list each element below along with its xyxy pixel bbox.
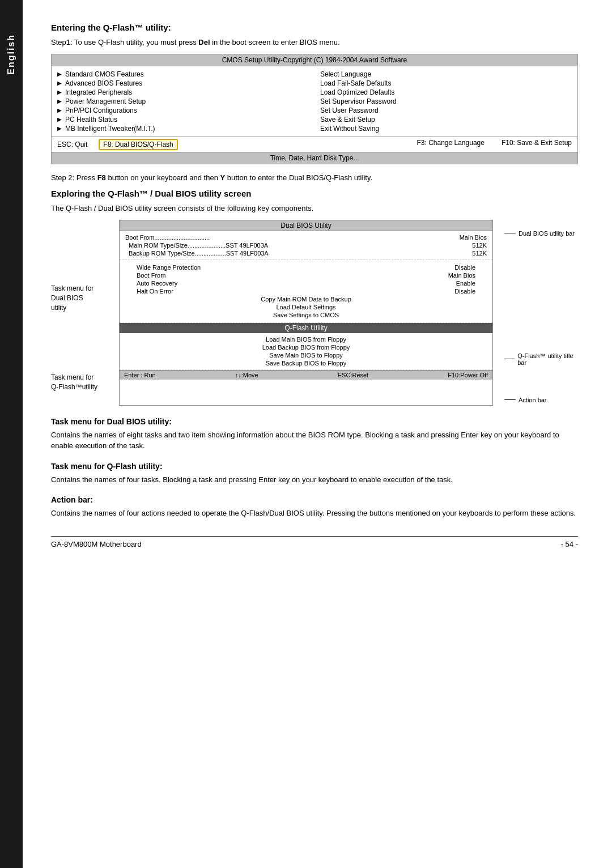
section4-heading: Task menu for Q-Flash utility: [51,462,578,471]
auto-recovery-label: Auto Recovery [137,280,177,287]
backup-rom-row: Backup ROM Type/Size..................SS… [125,249,487,257]
bios-left-label-2: Advanced BIOS Features [65,79,142,87]
section1-heading: Entering the Q-Flash™ utility: [51,23,578,32]
right-label-text-2: Q-Flash™ utility title bar [517,352,578,366]
save-settings-row: Save Settings to CMOS [137,311,475,319]
step2-text1: Step 2: Press [51,173,97,182]
dual-bios-utility-box: Dual BIOS Utility Boot From.............… [119,220,493,406]
bios-left-item-5: ▶ PnP/PCI Configurations [57,106,309,115]
right-label-line-1 [504,233,516,233]
right-label-text-1: Dual BIOS utility bar [518,230,575,237]
right-label-text-3: Action bar [518,397,547,403]
bios-left-item-3: ▶ Integrated Peripherals [57,88,309,97]
halt-error-value: Disable [454,288,475,295]
action-esc: ESC:Reset [338,372,368,378]
action-bar: Enter : Run ↑↓:Move ESC:Reset F10:Power … [120,370,492,380]
section1-step2: Step 2: Press F8 button on your keyboard… [51,172,578,184]
bios-footer-right: F3: Change Language F10: Save & Exit Set… [416,139,572,150]
dual-bios-label2: Dual BIOS [51,293,108,303]
section-entering-qflash: Entering the Q-Flash™ utility: Step1: To… [51,23,578,183]
arrow-icon-6: ▶ [57,116,62,122]
arrow-icon-5: ▶ [57,107,62,113]
dual-bios-label1: Task menu for [51,284,108,293]
qflash-item-1: Load Main BIOS from Floppy [137,335,475,343]
auto-recovery-row: Auto Recovery Enable [137,279,475,287]
wide-protection-label: Wide Range Protection [137,264,201,271]
diagram-right-labels: Dual BIOS utility bar Q-Flash™ utility t… [504,220,578,406]
section-action-bar: Action bar: Contains the names of four a… [51,495,578,519]
main-content: Entering the Q-Flash™ utility: Step1: To… [34,0,612,571]
boot-from-section: Boot From...............................… [120,231,492,260]
bios-left-item-7: ▶ MB Intelligent Tweaker(M.I.T.) [57,124,309,133]
dual-bios-label-group: Task menu for Dual BIOS utility [51,284,108,312]
qflash-item-3: Save Main BIOS to Floppy [137,351,475,359]
action-move: ↑↓:Move [235,372,258,378]
page-footer: GA-8VM800M Motherboard - 54 - [51,536,578,548]
right-label-line-2 [504,359,515,359]
arrow-icon-7: ▶ [57,125,62,131]
bios-f10: F10: Save & Exit Setup [502,139,572,150]
bios-right-item-5: Set User Password [320,106,572,115]
diagram-left-labels: Task menu for Dual BIOS utility Task men… [51,220,108,406]
bios-title: CMOS Setup Utility-Copyright (C) 1984-20… [52,54,577,66]
bios-right-column: Select Language Load Fail-Safe Defaults … [320,70,572,133]
bios-f3: F3: Change Language [416,139,484,150]
arrow-icon-3: ▶ [57,89,62,95]
section2-intro: The Q-Flash / Dual BIOS utility screen c… [51,203,578,214]
step2-text2: button on your keyboard and then [106,173,220,182]
boot-from-row: Boot From...............................… [125,233,487,241]
step1-text1: Step1: To use Q-Flash utility, you must … [51,38,198,46]
section-task-qflash: Task menu for Q-Flash utility: Contains … [51,462,578,486]
bios-right-item-7: Exit Without Saving [320,124,572,133]
bios-right-item-6: Save & Exit Setup [320,115,572,124]
load-default-row: Load Default Settings [137,303,475,311]
bios-left-item-6: ▶ PC Health Status [57,115,309,124]
qflash-item-2: Load Backup BIOS from Floppy [137,343,475,351]
step2-bold-y: Y [220,173,225,182]
action-f10: F10:Power Off [448,372,488,378]
section4-text: Contains the names of four tasks. Blocki… [51,474,578,486]
section5-text: Contains the names of four actions neede… [51,508,578,519]
dual-bios-label3: utility [51,303,108,313]
section1-step1: Step1: To use Q-Flash utility, you must … [51,37,578,48]
bios-left-label-1: Standard CMOS Features [65,70,144,78]
boot-from2-row: Boot From Main Bios [137,271,475,279]
backup-rom-label: Backup ROM Type/Size..................SS… [125,250,269,257]
main-rom-size: 512K [472,242,487,249]
step1-text2: in the boot screen to enter BIOS menu. [210,38,340,46]
qflash-tasks: Load Main BIOS from Floppy Load Backup B… [120,333,492,370]
qflash-item-4: Save Backup BIOS to Floppy [137,359,475,367]
main-rom-label: Main ROM Type/Size......................… [125,242,268,249]
bios-right-item-1: Select Language [320,70,572,79]
arrow-icon-4: ▶ [57,98,62,104]
bios-footer-left: ESC: Quit F8: Dual BIOS/Q-Flash [57,139,178,150]
section5-heading: Action bar: [51,495,578,504]
halt-error-row: Halt On Error Disable [137,287,475,295]
bios-right-item-4: Set Supervisor Password [320,97,572,106]
bios-content: ▶ Standard CMOS Features ▶ Advanced BIOS… [52,66,577,137]
load-default-label: Load Default Settings [276,304,335,310]
section-exploring-qflash: Exploring the Q-Flash™ / Dual BIOS utili… [51,189,578,406]
bios-right-item-3: Load Optimized Defaults [320,88,572,97]
boot-from2-value: Main Bios [448,272,475,279]
right-label-dual-bios-bar: Dual BIOS utility bar [504,230,578,237]
sidebar: English [0,0,23,868]
section3-heading: Task menu for Dual BIOS utility: [51,417,578,426]
boot-from2-label: Boot From [137,272,165,279]
section2-heading: Exploring the Q-Flash™ / Dual BIOS utili… [51,189,578,198]
bios-footer: ESC: Quit F8: Dual BIOS/Q-Flash F3: Chan… [52,137,577,152]
qflash-label1: Task menu for [51,373,108,382]
copy-main-row: Copy Main ROM Data to Backup [137,295,475,303]
halt-error-label: Halt On Error [137,288,173,295]
bios-left-label-4: Power Management Setup [65,97,146,105]
arrow-icon-2: ▶ [57,80,62,86]
step2-bold-f8: F8 [97,173,106,182]
step1-bold: Del [198,38,210,46]
bios-esc-quit: ESC: Quit [57,141,87,148]
action-enter: Enter : Run [124,372,156,378]
dual-bios-diagram: Task menu for Dual BIOS utility Task men… [51,220,578,406]
bios-left-label-6: PC Health Status [65,116,117,124]
sidebar-label: English [6,34,16,75]
bios-left-item-1: ▶ Standard CMOS Features [57,70,309,79]
dual-bios-utility-title: Dual BIOS Utility [120,220,492,231]
